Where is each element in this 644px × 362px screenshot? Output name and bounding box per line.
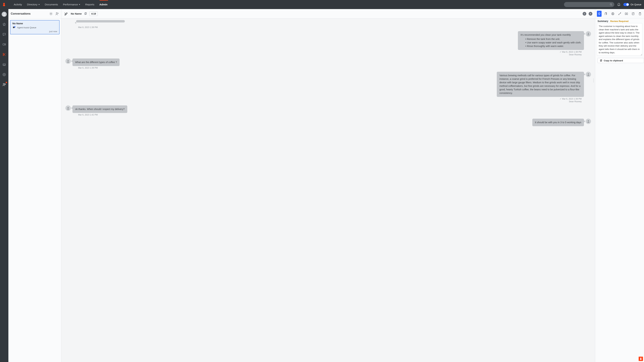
badge-dot xyxy=(6,82,7,83)
rail-org[interactable] xyxy=(2,72,7,77)
compose-icon[interactable] xyxy=(64,11,68,16)
copy-to-clipboard-button[interactable]: Copy to clipboard xyxy=(598,58,644,63)
assist-summary-icon[interactable] xyxy=(597,11,602,17)
avatar xyxy=(66,58,71,64)
top-nav: Activity Directory Documents Performance… xyxy=(12,2,110,7)
search-icon[interactable] xyxy=(610,3,613,6)
add-person-icon[interactable] xyxy=(55,12,59,15)
nav-performance[interactable]: Performance xyxy=(61,2,83,7)
nav-documents[interactable]: Documents xyxy=(42,2,60,7)
notifications-icon[interactable] xyxy=(617,3,621,6)
rail-favorites[interactable] xyxy=(2,22,7,27)
assist-toolbar xyxy=(595,9,644,18)
top-bar: Activity Directory Documents Performance… xyxy=(0,0,644,9)
queue-label: On Queue xyxy=(630,3,641,6)
chevron-down-icon xyxy=(38,4,40,5)
queue-icon xyxy=(12,26,16,29)
nav-label: Admin xyxy=(100,3,108,6)
message-bubble: What are the different types of coffee ? xyxy=(72,58,120,66)
svg-point-28 xyxy=(588,120,589,121)
svg-point-3 xyxy=(4,13,5,14)
rail-agent-assist[interactable] xyxy=(2,82,7,87)
summary-header: Summary Review Required xyxy=(595,18,644,23)
nav-reports[interactable]: Reports xyxy=(83,2,96,7)
chat-transcript[interactable]: Mar 6, 2023 1:38 PM It's recommended you… xyxy=(62,18,595,362)
svg-point-10 xyxy=(3,73,6,76)
copy-label: Copy to clipboard xyxy=(604,59,623,62)
search-input[interactable] xyxy=(564,2,614,7)
message-text: Various brewing methods call for various… xyxy=(500,74,580,94)
message-bubble: It's recommended you clean your tank mon… xyxy=(518,31,584,50)
nav-admin[interactable]: Admin xyxy=(97,2,110,7)
message-row-agent: It should be with you in 3 to 5 working … xyxy=(66,119,591,126)
topbar-right: On Queue xyxy=(564,2,641,7)
nav-label: Directory xyxy=(27,3,38,6)
svg-point-24 xyxy=(588,33,589,34)
nav-label: Documents xyxy=(45,3,58,6)
header-add-icon[interactable] xyxy=(589,12,592,15)
svg-point-14 xyxy=(50,13,52,14)
message-bubble: It should be with you in 3 to 5 working … xyxy=(532,119,584,126)
conversation-queue-row: Agent Assist Queue xyxy=(12,26,57,29)
svg-rect-40 xyxy=(600,60,602,61)
queue-toggle-group: On Queue xyxy=(623,3,641,6)
conversation-queue-label: Agent Assist Queue xyxy=(17,26,36,29)
nav-directory[interactable]: Directory xyxy=(25,2,42,7)
conversations-header-icons xyxy=(49,12,59,15)
assist-clipboard-icon[interactable] xyxy=(638,11,642,17)
svg-point-26 xyxy=(588,73,589,74)
avatar xyxy=(586,72,591,77)
message-timestamp: Mar 6, 2023 1:38 PM xyxy=(78,26,591,28)
message-bullets: • Remove the tank from the unit. • Use w… xyxy=(525,37,581,48)
bullet-text: Rinse thoroughly with warm water. xyxy=(527,45,564,47)
main-panel: No Name 4:19 Mar 6, 2023 1:38 PM It's re… xyxy=(62,9,595,362)
svg-point-15 xyxy=(56,12,57,13)
review-required-label: Review Required xyxy=(610,20,628,22)
rail-inbox[interactable] xyxy=(2,62,7,67)
brand-logo[interactable] xyxy=(2,2,6,7)
resize-handle[interactable] xyxy=(593,76,594,85)
message-row-agent: It's recommended you clean your tank mon… xyxy=(66,31,591,50)
nav-label: Activity xyxy=(14,3,22,6)
rail-interactions[interactable] xyxy=(2,52,7,57)
check-icon: ✓ xyxy=(560,98,562,100)
nav-activity[interactable]: Activity xyxy=(12,2,24,7)
on-queue-toggle[interactable] xyxy=(623,3,629,6)
assist-script-icon[interactable] xyxy=(604,11,608,17)
svg-rect-4 xyxy=(3,43,5,45)
summary-text[interactable]: The customer is inquiring about how to c… xyxy=(597,23,642,56)
message-row-customer xyxy=(66,20,591,25)
svg-point-27 xyxy=(68,107,68,108)
bullet-text: Use warm soapy water and wash gently wit… xyxy=(527,41,581,44)
message-meta: ✓ Mar 6, 2023 1:39 PM Sean Rooney xyxy=(66,97,582,103)
assist-canned-icon[interactable] xyxy=(624,11,629,17)
svg-point-11 xyxy=(4,74,5,75)
svg-point-13 xyxy=(5,84,6,85)
genesys-logo-icon[interactable] xyxy=(639,357,643,361)
assist-notes-icon[interactable] xyxy=(631,11,636,17)
svg-rect-34 xyxy=(625,13,626,15)
rail-profile[interactable] xyxy=(2,12,7,17)
message-sender: Sean Rooney xyxy=(66,100,582,103)
rail-chat[interactable] xyxy=(2,32,7,37)
avatar xyxy=(586,119,591,124)
assist-profile-icon[interactable] xyxy=(610,11,615,17)
message-text: What are the different types of coffee ? xyxy=(75,61,117,63)
rail-video[interactable] xyxy=(2,42,7,47)
copy-id-icon[interactable] xyxy=(84,12,87,15)
left-rail xyxy=(0,9,8,362)
header-back-icon[interactable] xyxy=(582,12,586,15)
svg-rect-41 xyxy=(600,60,602,61)
check-icon: ✓ xyxy=(560,51,562,53)
assist-journey-icon[interactable] xyxy=(617,11,622,17)
settings-icon[interactable] xyxy=(49,12,53,15)
svg-rect-21 xyxy=(85,12,86,14)
active-indicator xyxy=(100,0,108,0)
summary-label: Summary xyxy=(598,20,608,22)
message-timestamp: Mar 6, 2023 1:39 PM xyxy=(78,67,591,69)
svg-point-12 xyxy=(3,83,4,85)
avatar xyxy=(586,31,591,36)
conversations-header: Conversations xyxy=(8,9,61,18)
svg-point-32 xyxy=(618,14,619,15)
conversation-card[interactable]: No Name Agent Assist Queue just now xyxy=(10,20,60,34)
